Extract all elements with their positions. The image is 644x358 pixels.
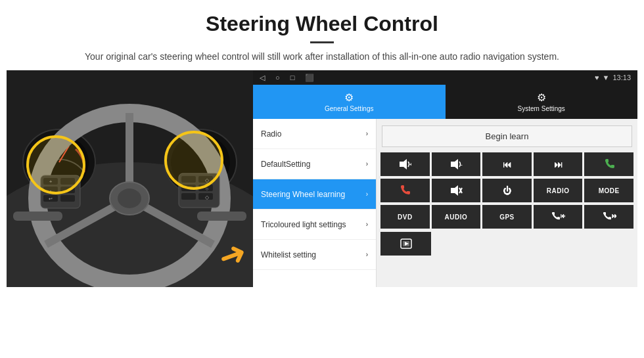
highlight-circle-right xyxy=(164,131,223,190)
mute-button[interactable] xyxy=(432,179,481,202)
tab-bar: ⚙ General Settings ⚙ System Settings xyxy=(253,85,637,119)
general-settings-icon: ⚙ xyxy=(344,91,354,104)
svg-marker-39 xyxy=(451,159,458,169)
svg-text:-: - xyxy=(461,162,463,168)
begin-learn-button[interactable]: Begin learn xyxy=(382,125,632,147)
gps-button[interactable]: GPS xyxy=(482,205,532,229)
highlight-circle-left xyxy=(26,135,85,194)
power-button[interactable]: ⏻ xyxy=(482,179,532,202)
general-settings-label: General Settings xyxy=(325,105,374,112)
menu-icon[interactable]: ⬛ xyxy=(305,74,314,82)
prev-track-button[interactable]: ⏮ xyxy=(482,152,532,176)
svg-rect-21 xyxy=(60,195,75,202)
controls-row-4 xyxy=(380,232,633,256)
head-unit-panel: ◁ ○ □ ⬛ ♥ ▼ 13:13 ⚙ General Settings ⚙ S… xyxy=(253,70,637,287)
system-settings-icon: ⚙ xyxy=(537,91,546,104)
svg-rect-36 xyxy=(197,212,246,221)
svg-text:+: + xyxy=(409,162,411,168)
recents-icon[interactable]: □ xyxy=(290,74,295,81)
controls-panel: Begin learn + - ⏮ ⏭ xyxy=(377,119,637,287)
menu-item-whitelist[interactable]: Whitelist setting › xyxy=(253,240,376,270)
svg-text:↩: ↩ xyxy=(49,196,53,201)
menu-item-whitelist-label: Whitelist setting xyxy=(261,250,366,259)
home-icon[interactable]: ○ xyxy=(275,74,280,81)
menu-item-tricoloured[interactable]: Tricoloured light settings › xyxy=(253,210,376,240)
next-call-button[interactable]: ⏭ xyxy=(584,205,633,229)
menu-item-default-setting[interactable]: DefaultSetting › xyxy=(253,149,376,179)
call-answer-button[interactable] xyxy=(584,152,633,176)
system-settings-label: System Settings xyxy=(518,105,565,112)
menu-item-tricoloured-label: Tricoloured light settings xyxy=(261,220,366,229)
call-end-button[interactable] xyxy=(380,179,430,202)
svg-text:⏮: ⏮ xyxy=(561,212,565,219)
controls-row-2: ⏻ RADIO MODE xyxy=(380,179,633,202)
svg-point-14 xyxy=(118,189,141,208)
status-icons: ♥ ▼ 13:13 xyxy=(595,74,631,81)
menu-item-radio[interactable]: Radio › xyxy=(253,119,376,149)
begin-learn-row: Begin learn xyxy=(380,123,633,150)
signal-icon: ▼ xyxy=(603,74,610,81)
svg-marker-41 xyxy=(451,185,458,196)
svg-rect-35 xyxy=(13,212,62,221)
status-bar: ◁ ○ □ ⬛ ♥ ▼ 13:13 xyxy=(253,70,637,85)
menu-list: Radio › DefaultSetting › Steering Wheel … xyxy=(253,119,377,287)
svg-rect-28 xyxy=(181,193,196,200)
menu-item-radio-label: Radio xyxy=(261,129,366,139)
menu-item-default-label: DefaultSetting xyxy=(261,160,366,169)
page-title: Steering Wheel Control xyxy=(39,12,605,36)
main-content: 140 0 xyxy=(7,70,637,287)
time-display: 13:13 xyxy=(612,74,631,81)
chevron-right-icon: › xyxy=(366,130,368,137)
controls-row-3: DVD AUDIO GPS ⏮ ⏭ xyxy=(380,205,633,229)
next-track-button[interactable]: ⏭ xyxy=(534,152,583,176)
radio-button[interactable]: RADIO xyxy=(534,179,583,202)
svg-text:⏭: ⏭ xyxy=(612,212,616,219)
location-icon: ♥ xyxy=(595,74,599,81)
mode-button[interactable]: MODE xyxy=(584,179,633,202)
controls-row-1: + - ⏮ ⏭ xyxy=(380,152,633,176)
nav-icons: ◁ ○ □ ⬛ xyxy=(260,74,314,82)
page-header: Steering Wheel Control Your original car… xyxy=(0,0,644,70)
tab-general-settings[interactable]: ⚙ General Settings xyxy=(253,85,446,119)
menu-item-steering-wheel[interactable]: Steering Wheel learning › xyxy=(253,179,376,210)
prev-call-button[interactable]: ⏮ xyxy=(534,205,583,229)
media-icon-button[interactable] xyxy=(380,232,431,256)
chevron-right-icon: › xyxy=(366,221,368,228)
svg-text:◇: ◇ xyxy=(205,194,210,200)
svg-marker-37 xyxy=(400,159,407,169)
tab-system-settings[interactable]: ⚙ System Settings xyxy=(446,85,638,119)
header-subtitle: Your original car's steering wheel contr… xyxy=(39,50,605,64)
settings-panel: Radio › DefaultSetting › Steering Wheel … xyxy=(253,119,637,287)
header-divider xyxy=(310,41,334,43)
volume-down-button[interactable]: - xyxy=(432,152,481,176)
chevron-right-icon: › xyxy=(366,251,368,258)
menu-item-steering-label: Steering Wheel learning xyxy=(261,190,366,199)
chevron-right-icon: › xyxy=(366,160,368,168)
steering-wheel-image: 140 0 xyxy=(7,70,253,287)
audio-button[interactable]: AUDIO xyxy=(432,205,481,229)
dvd-button[interactable]: DVD xyxy=(380,205,430,229)
chevron-right-icon: › xyxy=(366,190,368,198)
volume-up-button[interactable]: + xyxy=(380,152,430,176)
back-icon[interactable]: ◁ xyxy=(260,74,265,82)
